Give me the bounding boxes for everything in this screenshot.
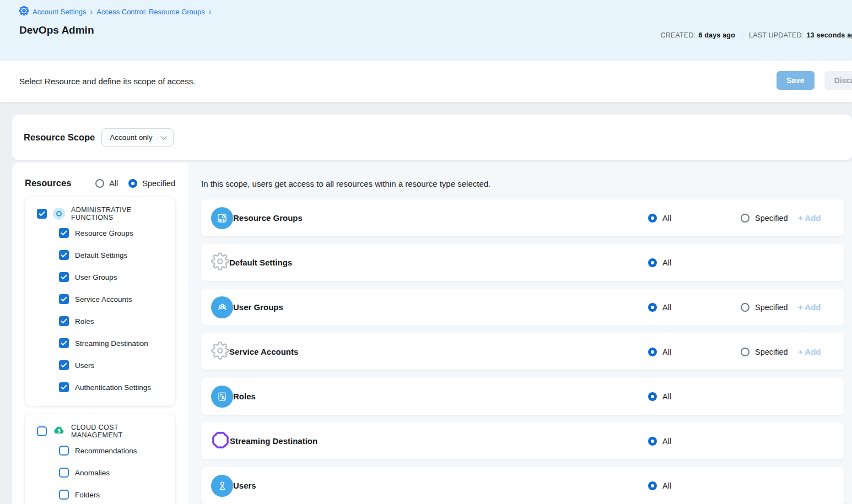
resource-checkbox-item[interactable]: Resource Groups [37,222,168,244]
created-label: CREATED: [661,31,696,39]
resource-row-label: Service Accounts [229,347,298,356]
group-label: CLOUD COST MANAGEMENT [71,424,168,439]
svg-text:$: $ [57,428,61,433]
default-settings-gear-icon [211,252,229,273]
resource-checkbox-item[interactable]: User Groups [37,266,168,288]
row-radio-group-all[interactable]: All [648,392,671,401]
save-button[interactable]: Save [776,71,815,90]
resource-checkbox-item[interactable]: Anomalies [37,462,168,484]
add-button[interactable]: + Add [798,347,821,356]
row-radio-group-all[interactable]: All [648,481,671,490]
resource-row-label: Default Settings [229,258,292,267]
group-checkbox[interactable] [37,209,47,219]
resource-group-card: $ CLOUD COST MANAGEMENT Recommendations … [25,414,175,504]
resource-scope-dropdown[interactable]: Account only [101,128,174,147]
group-header[interactable]: ADMINISTRATIVE FUNCTIONS [37,205,168,222]
item-label: Default Settings [75,251,127,259]
resource-group-card: ADMINISTRATIVE FUNCTIONS Resource Groups… [25,197,175,406]
last-updated-value: 13 seconds ago [806,31,852,39]
add-button[interactable]: + Add [798,213,821,223]
item-label: User Groups [75,273,117,281]
chevron-right-icon: › [209,8,212,15]
add-button[interactable]: + Add [798,302,821,312]
resource-row: Roles All [201,378,844,415]
resource-row-label: Streaming Destination [230,436,317,446]
radio-all-label: All [109,179,118,188]
resource-row-label: User Groups [233,302,283,312]
resource-row: User Groups All Specified + Add [201,289,844,326]
breadcrumb-link-account-settings[interactable]: Account Settings [33,8,87,16]
item-checkbox[interactable] [59,272,69,282]
row-radio-group-specified[interactable]: Specified [741,348,788,356]
resource-row: Resource Groups All Specified + Add [201,199,844,236]
item-label: Service Accounts [75,295,132,304]
resource-checkbox-item[interactable]: Service Accounts [37,288,168,310]
radio-specified[interactable] [128,179,137,188]
group-header[interactable]: $ CLOUD COST MANAGEMENT [37,423,168,440]
action-bar: Select Resource and define its scope of … [0,61,852,102]
radio-all[interactable] [95,179,104,188]
settings-gear-icon [19,9,29,17]
radio-all[interactable] [648,214,657,223]
item-label: Resource Groups [75,229,133,237]
resource-checkbox-item[interactable]: Default Settings [37,244,168,266]
item-checkbox[interactable] [59,250,69,260]
radio-all[interactable] [648,258,657,267]
resource-checkbox-item[interactable]: Streaming Destination [37,332,168,354]
item-checkbox[interactable] [59,360,69,370]
group-checkbox[interactable] [37,426,47,436]
radio-all[interactable] [648,348,657,356]
radio-specified[interactable] [741,214,749,223]
radio-specified[interactable] [741,303,749,312]
resource-row-label: Resource Groups [233,213,303,223]
radio-all[interactable] [648,303,657,312]
item-checkbox[interactable] [59,338,69,348]
resources-radio-group-all[interactable]: All [95,179,118,188]
resource-groups-icon [211,207,233,229]
radio-all[interactable] [648,437,657,446]
action-buttons: Save Discard [776,71,852,90]
resource-checkbox-item[interactable]: Roles [37,310,168,332]
resource-checkbox-item[interactable]: Folders [37,484,168,504]
item-checkbox[interactable] [59,316,69,326]
resource-checkbox-item[interactable]: Users [37,354,168,376]
row-radio-group-all[interactable]: All [648,303,671,312]
resource-row: Service Accounts All Specified + Add [201,333,844,370]
radio-all[interactable] [648,481,657,490]
radio-specified[interactable] [741,348,749,356]
resource-checkbox-item[interactable]: Recommendations [37,440,168,462]
radio-all-label: All [662,214,671,223]
resources-sidebar: Resources All Specified ADMINISTRATIVE F… [12,162,188,504]
row-radio-group-all[interactable]: All [648,348,671,356]
radio-all[interactable] [648,392,657,401]
discard-button[interactable]: Discard [824,71,852,90]
row-radio-group-all[interactable]: All [648,258,671,267]
item-checkbox[interactable] [59,294,69,304]
item-checkbox[interactable] [59,382,69,392]
row-radio-group-all[interactable]: All [648,214,671,223]
item-checkbox[interactable] [59,490,69,500]
resource-checkbox-item[interactable]: Authentication Settings [37,376,168,398]
item-label: Recommendations [75,447,137,455]
meta-divider [742,31,742,39]
item-label: Users [75,361,94,370]
item-checkbox[interactable] [59,446,69,456]
row-radio-group-specified[interactable]: Specified [741,214,788,223]
chevron-right-icon: › [90,8,93,15]
radio-specified-label: Specified [755,214,788,223]
group-label: ADMINISTRATIVE FUNCTIONS [71,206,168,221]
resource-row-label: Users [233,481,256,490]
streaming-destination-icon [211,431,230,452]
item-checkbox[interactable] [59,468,69,478]
row-radio-group-all[interactable]: All [648,437,671,446]
resources-radio-group-specified[interactable]: Specified [128,179,175,188]
admin-functions-icon [53,208,65,220]
breadcrumb-link-access-control[interactable]: Access Control: Resource Groups [96,8,205,16]
item-checkbox[interactable] [59,228,69,238]
row-radio-group-specified[interactable]: Specified [741,303,788,312]
created-value: 6 days ago [698,31,735,39]
resources-title: Resources [25,178,71,188]
radio-specified-label: Specified [142,179,175,188]
item-label: Authentication Settings [75,383,151,392]
user-groups-icon [211,296,233,318]
